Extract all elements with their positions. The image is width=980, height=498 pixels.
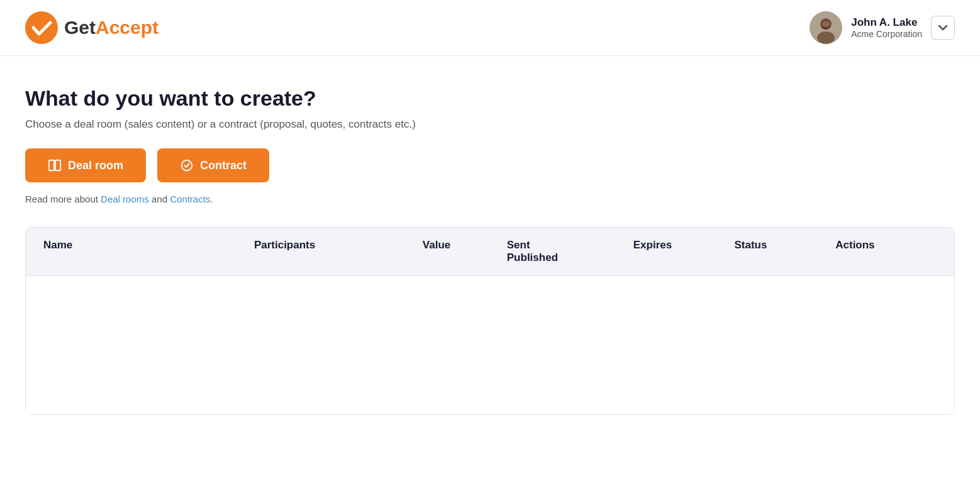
svg-point-5 [821,21,830,27]
table-header: Name Participants Value SentPublished Ex… [26,228,954,276]
main-content: What do you want to create? Choose a dea… [0,56,980,415]
col-sent-published: SentPublished [507,239,633,264]
logo: GetAccept [25,11,159,44]
col-name: Name [43,239,254,264]
col-status: Status [734,239,835,264]
read-more-text: Read more about Deal rooms and Contracts… [25,194,955,204]
svg-rect-7 [55,160,60,171]
user-info: John A. Lake Acme Corporation [851,16,922,39]
deal-room-button[interactable]: Deal room [25,148,146,182]
chevron-down-icon [938,25,947,31]
logo-text: GetAccept [64,17,159,38]
user-company: Acme Corporation [851,29,922,39]
avatar-image [810,11,842,44]
svg-point-3 [817,31,835,44]
col-expires: Expires [633,239,735,264]
col-actions: Actions [835,239,937,264]
svg-rect-6 [49,160,54,171]
svg-point-8 [182,160,192,171]
logo-icon [25,11,58,44]
create-buttons: Deal room Contract [25,148,955,182]
user-area: John A. Lake Acme Corporation [810,11,955,44]
contracts-link[interactable]: Contracts [170,194,210,204]
page-title: What do you want to create? [25,86,955,111]
user-name: John A. Lake [851,16,922,29]
header: GetAccept John A. Lake Acme Corporation [0,0,980,56]
deal-room-icon [48,158,62,172]
deal-rooms-link[interactable]: Deal rooms [101,194,149,204]
contract-icon [180,158,194,172]
col-participants: Participants [254,239,423,264]
svg-point-0 [25,11,58,44]
table-body [26,276,954,414]
documents-table: Name Participants Value SentPublished Ex… [25,227,955,415]
col-value: Value [423,239,507,264]
page-subtitle: Choose a deal room (sales content) or a … [25,118,955,131]
avatar [810,11,842,44]
user-dropdown-button[interactable] [931,16,955,40]
contract-button[interactable]: Contract [157,148,269,182]
